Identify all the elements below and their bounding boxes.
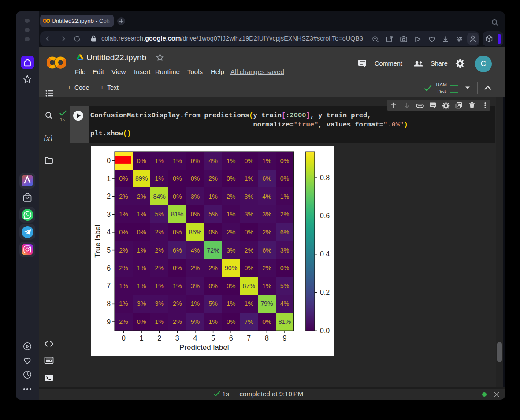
svg-text:8: 8	[107, 300, 111, 308]
svg-text:3%: 3%	[244, 211, 253, 218]
svg-text:2: 2	[107, 193, 111, 200]
svg-text:1%: 1%	[137, 282, 146, 290]
svg-text:2%: 2%	[155, 247, 164, 254]
svg-text:5%: 5%	[155, 211, 164, 218]
svg-text:1%: 1%	[119, 211, 128, 218]
svg-text:1%: 1%	[208, 193, 218, 200]
svg-text:4: 4	[107, 229, 111, 236]
svg-text:72%: 72%	[207, 247, 219, 254]
svg-text:2%: 2%	[155, 229, 164, 236]
svg-text:0%: 0%	[227, 318, 236, 325]
svg-text:2%: 2%	[137, 193, 146, 200]
svg-text:1%: 1%	[155, 157, 164, 164]
svg-text:0%: 0%	[227, 282, 236, 290]
svg-text:6: 6	[107, 264, 111, 272]
svg-text:0%: 0%	[244, 264, 253, 271]
svg-text:0%: 0%	[119, 175, 128, 182]
svg-text:1%: 1%	[155, 318, 164, 325]
svg-text:2%: 2%	[119, 318, 128, 325]
svg-text:5: 5	[211, 335, 215, 342]
svg-text:0%: 0%	[173, 264, 182, 271]
svg-text:0%: 0%	[137, 318, 146, 325]
svg-text:5%: 5%	[280, 282, 289, 290]
svg-text:1%: 1%	[262, 157, 271, 164]
svg-text:0%: 0%	[119, 229, 128, 236]
svg-text:81%: 81%	[171, 211, 184, 218]
svg-text:3%: 3%	[280, 247, 289, 254]
svg-text:1%: 1%	[155, 175, 164, 182]
svg-text:2%: 2%	[244, 247, 253, 254]
svg-text:1%: 1%	[262, 282, 271, 290]
svg-text:0%: 0%	[173, 193, 182, 200]
svg-text:Predicted label: Predicted label	[179, 343, 229, 352]
svg-text:4%: 4%	[280, 301, 289, 308]
svg-text:1%: 1%	[119, 282, 128, 290]
svg-text:1%: 1%	[119, 301, 128, 308]
svg-text:2%: 2%	[190, 264, 200, 271]
svg-text:2%: 2%	[262, 229, 271, 236]
svg-text:3%: 3%	[137, 301, 146, 308]
svg-text:0.4: 0.4	[320, 250, 330, 258]
svg-text:2%: 2%	[155, 264, 164, 271]
svg-text:3%: 3%	[190, 282, 200, 290]
svg-text:0.0: 0.0	[320, 327, 330, 335]
svg-text:81%: 81%	[278, 318, 291, 325]
svg-text:1%: 1%	[244, 175, 253, 182]
svg-text:1%: 1%	[173, 282, 182, 290]
svg-text:9: 9	[282, 335, 286, 342]
svg-text:1%: 1%	[280, 193, 289, 200]
svg-text:6%: 6%	[173, 247, 182, 254]
svg-text:7: 7	[247, 335, 251, 342]
svg-text:0%: 0%	[173, 175, 182, 182]
svg-text:1%: 1%	[137, 247, 146, 254]
svg-text:3%: 3%	[262, 211, 271, 218]
svg-text:1: 1	[139, 335, 143, 342]
svg-text:2%: 2%	[119, 193, 128, 200]
svg-text:0%: 0%	[208, 229, 218, 236]
svg-text:7%: 7%	[244, 318, 253, 325]
svg-text:87%: 87%	[242, 282, 255, 290]
svg-text:1%: 1%	[137, 264, 146, 271]
svg-text:3: 3	[175, 335, 179, 342]
svg-text:0%: 0%	[280, 264, 289, 271]
svg-text:2%: 2%	[227, 193, 236, 200]
svg-text:0%: 0%	[280, 175, 289, 182]
svg-text:1: 1	[107, 175, 111, 182]
svg-text:6%: 6%	[262, 175, 271, 182]
svg-text:3%: 3%	[244, 193, 253, 200]
svg-text:0.8: 0.8	[320, 174, 330, 182]
svg-text:1%: 1%	[155, 282, 164, 290]
svg-text:5: 5	[107, 246, 111, 254]
svg-text:1%: 1%	[244, 301, 253, 308]
svg-text:0%: 0%	[227, 175, 236, 182]
svg-text:3%: 3%	[227, 247, 236, 254]
svg-text:6%: 6%	[262, 247, 271, 254]
svg-text:86%: 86%	[189, 229, 201, 236]
svg-text:0%: 0%	[137, 157, 146, 164]
svg-text:1%: 1%	[190, 301, 200, 308]
svg-text:2%: 2%	[119, 247, 128, 254]
svg-text:4%: 4%	[208, 157, 218, 164]
svg-text:3%: 3%	[190, 193, 200, 200]
svg-text:2%: 2%	[208, 175, 218, 182]
svg-text:0%: 0%	[244, 157, 253, 164]
svg-text:0: 0	[107, 157, 111, 164]
svg-text:79%: 79%	[260, 301, 273, 308]
svg-text:5%: 5%	[190, 318, 200, 325]
svg-text:1%: 1%	[227, 301, 236, 308]
svg-text:9: 9	[107, 318, 111, 326]
svg-text:90%: 90%	[225, 264, 238, 271]
svg-text:0%: 0%	[280, 157, 289, 164]
svg-text:1%: 1%	[227, 211, 236, 218]
svg-text:2: 2	[157, 335, 161, 342]
svg-text:1%: 1%	[137, 211, 146, 218]
svg-text:4%: 4%	[190, 247, 200, 254]
svg-text:0%: 0%	[208, 282, 218, 290]
svg-text:2%: 2%	[208, 264, 218, 271]
svg-text:5%: 5%	[208, 211, 218, 218]
svg-text:1%: 1%	[208, 318, 218, 325]
svg-text:84%: 84%	[153, 193, 166, 200]
svg-text:0%: 0%	[244, 229, 253, 236]
svg-text:0%: 0%	[190, 211, 200, 218]
svg-text:0.2: 0.2	[320, 289, 330, 296]
